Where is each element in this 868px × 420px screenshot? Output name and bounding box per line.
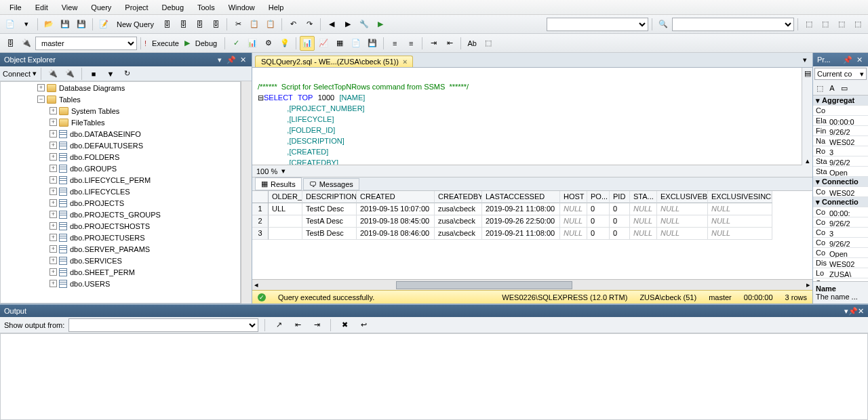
expand-icon[interactable]: + <box>50 107 57 114</box>
new-project-icon[interactable]: 📄 <box>3 17 18 32</box>
prop-row[interactable]: DisWES02 <box>813 258 868 268</box>
prev-icon[interactable]: ⇤ <box>290 318 305 333</box>
prop-row[interactable]: Co9/26/2 <box>813 238 868 248</box>
sql-editor[interactable]: /****** Script for SelectTopNRows comman… <box>252 68 802 165</box>
clientstat-icon[interactable]: 📈 <box>316 36 331 51</box>
copy-icon[interactable]: 📋 <box>247 17 262 32</box>
expand-icon[interactable]: + <box>50 130 57 138</box>
paste-icon[interactable]: 📋 <box>263 17 278 32</box>
scrollbar-vertical[interactable] <box>241 81 252 303</box>
properties-grid[interactable]: ▾Aggregat CoEla00:00:0Fin9/26/2NaWES02Ro… <box>813 96 868 281</box>
expand-icon[interactable]: + <box>50 188 57 195</box>
connect-button[interactable]: Connect <box>3 70 31 78</box>
row-number[interactable]: 3 <box>252 228 269 240</box>
row-number[interactable]: 1 <box>252 203 269 215</box>
tab-dropdown-icon[interactable]: ▾ <box>797 52 812 67</box>
menu-tools[interactable]: Tools <box>191 1 222 14</box>
tree-node[interactable]: dbo.USERS <box>70 280 110 288</box>
cell[interactable]: NULL <box>657 203 708 215</box>
output-source-combo[interactable] <box>68 318 258 332</box>
expand-icon[interactable]: + <box>50 153 57 161</box>
execute-button[interactable]: Execute <box>148 39 183 47</box>
table-row[interactable]: 2TestA Desc2019-09-18 08:45:00zusa\cbeck… <box>252 215 812 228</box>
db2-icon[interactable]: 🗄 <box>176 17 191 32</box>
estplan-icon[interactable]: 📊 <box>245 36 260 51</box>
stop-icon[interactable]: ■ <box>86 66 101 81</box>
cell[interactable]: 2019-09-18 08:46:00 <box>357 228 435 240</box>
menu-view[interactable]: View <box>55 1 85 14</box>
connect-icon[interactable]: 🔌 <box>45 66 60 81</box>
cell[interactable]: NULL <box>560 215 587 228</box>
expand-icon[interactable]: + <box>50 211 57 218</box>
output-body[interactable] <box>0 333 868 420</box>
col-header[interactable]: DESCRIPTION <box>302 191 357 203</box>
prop-row[interactable]: Co9/26/2 <box>813 217 868 228</box>
chevron-down-icon[interactable]: ▾ <box>281 167 285 175</box>
cell[interactable]: 2019-09-26 22:50:00 <box>482 215 560 228</box>
disconnect-icon[interactable]: 🔌 <box>62 66 77 81</box>
filter-icon[interactable]: ▼ <box>103 66 118 81</box>
scrollbar-horizontal[interactable]: ◂▸ <box>252 279 812 290</box>
tab-sqlquery2[interactable]: SQLQuery2.sql - WE...(ZUSA\cbeck (51)) × <box>255 56 413 67</box>
opts-icon[interactable]: ⚙ <box>261 36 276 51</box>
change-conn-icon[interactable]: 🔌 <box>19 36 34 51</box>
tree-node[interactable]: FileTables <box>71 119 105 127</box>
prop-row[interactable]: Sta9/26/2 <box>813 156 868 167</box>
db4-icon[interactable]: 🗄 <box>208 17 223 32</box>
scroll-nav[interactable]: ▤▴ <box>802 68 812 165</box>
tmpl-icon[interactable]: ⬚ <box>481 36 496 51</box>
pin-icon[interactable]: 📌 <box>226 55 236 64</box>
col-header[interactable]: CREATED <box>357 191 435 203</box>
prop-row[interactable]: LoZUSA\ <box>813 268 868 278</box>
prop-category[interactable]: ▾Connectio <box>813 177 868 187</box>
cell[interactable]: NULL <box>630 203 657 215</box>
open-icon[interactable]: 📂 <box>41 17 56 32</box>
new-query-icon[interactable]: 📝 <box>96 17 111 32</box>
dropdown-icon[interactable]: ▾ <box>19 17 34 32</box>
t2-icon[interactable]: ⬚ <box>818 17 833 32</box>
tree-node[interactable]: Database Diagrams <box>59 84 125 92</box>
close-icon[interactable]: ✕ <box>238 55 248 64</box>
solution-combo[interactable] <box>547 18 648 31</box>
tree-node[interactable]: System Tables <box>71 107 119 115</box>
indent-icon[interactable]: ⇥ <box>426 36 441 51</box>
tree-node[interactable]: dbo.SERVER_PARAMS <box>70 245 150 253</box>
col-header[interactable]: EXCLUSIVEBY <box>657 191 708 203</box>
db-icon[interactable]: 🗄 <box>159 17 174 32</box>
menu-window[interactable]: Window <box>222 1 262 14</box>
menu-query[interactable]: Query <box>84 1 118 14</box>
tree-node[interactable]: dbo.PROJECTUSERS <box>70 234 145 242</box>
results-grid[interactable]: OLDER_... DESCRIPTION CREATED CREATEDBY … <box>252 191 812 290</box>
menu-file[interactable]: File <box>3 1 28 14</box>
cell[interactable]: 2019-09-18 08:45:00 <box>357 215 435 228</box>
tree-node[interactable]: dbo.SERVICES <box>70 257 122 265</box>
nav-back-icon[interactable]: ◀ <box>324 17 339 32</box>
zoom-value[interactable]: 100 % <box>256 167 277 175</box>
menu-debug[interactable]: Debug <box>155 1 191 14</box>
expand-icon[interactable]: + <box>50 199 57 207</box>
collapse-icon[interactable]: ▾ <box>816 177 820 186</box>
tree-node[interactable]: dbo.PROJECTS_GROUPS <box>70 211 161 219</box>
clear-icon[interactable]: ✖ <box>337 318 352 333</box>
expand-icon[interactable]: + <box>50 245 57 253</box>
expand-icon[interactable]: + <box>50 119 57 126</box>
expand-icon[interactable]: + <box>50 176 57 184</box>
tree-node[interactable]: dbo.LIFECYCLE_PERM <box>70 176 151 184</box>
tree-node[interactable]: dbo.GROUPS <box>70 165 117 173</box>
nav-fwd-icon[interactable]: ▶ <box>340 17 355 32</box>
split-icon[interactable]: ▤ <box>804 69 811 78</box>
res-text-icon[interactable]: 📄 <box>349 36 363 51</box>
dropdown-icon[interactable]: ▾ <box>33 69 37 78</box>
find-icon[interactable]: 🔍 <box>656 17 671 32</box>
save-all-icon[interactable]: 💾 <box>74 17 89 32</box>
collapse-icon[interactable]: − <box>37 96 45 103</box>
pages-icon[interactable]: ▭ <box>839 83 850 93</box>
t3-icon[interactable]: ⬚ <box>834 17 849 32</box>
t4-icon[interactable]: ⬚ <box>850 17 865 32</box>
cell[interactable]: NULL <box>708 228 772 240</box>
comment-icon[interactable]: ≡ <box>387 36 402 51</box>
close-icon[interactable]: × <box>403 58 407 66</box>
reg-servers-icon[interactable]: 🗄 <box>3 36 18 51</box>
expand-icon[interactable]: + <box>50 280 57 287</box>
goto-icon[interactable]: ↗ <box>271 318 286 333</box>
